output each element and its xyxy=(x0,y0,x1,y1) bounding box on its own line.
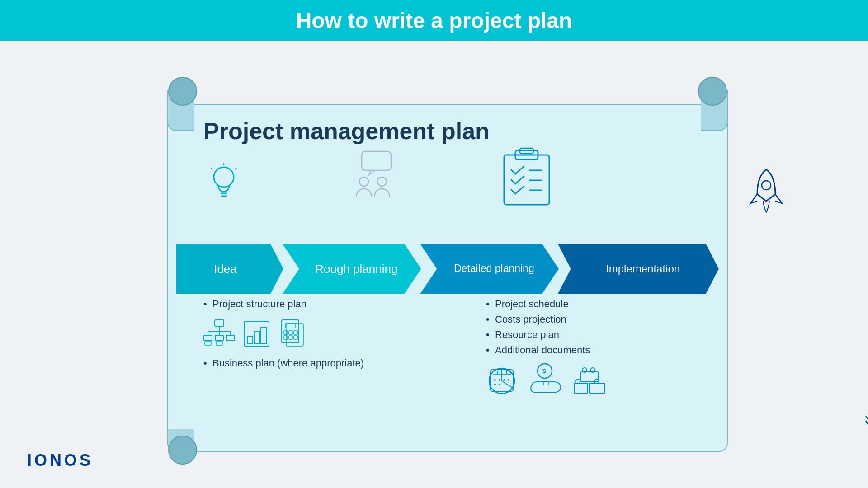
detailed-planning-icons: $ 1 xyxy=(486,363,719,397)
rough-planning-list: Project structure plan xyxy=(203,298,436,310)
page-title: How to write a project plan xyxy=(296,8,572,33)
svg-point-49 xyxy=(494,379,496,381)
rough-planning-icons xyxy=(203,319,436,348)
detailed-planning-content: Project schedule Costs projection Resour… xyxy=(486,298,719,406)
ionos-logo: IONOS xyxy=(27,451,93,470)
svg-rect-39 xyxy=(294,331,297,334)
document-icon xyxy=(278,319,307,348)
arrow-rough-planning: Rough planning xyxy=(283,244,421,294)
svg-point-4 xyxy=(214,167,234,187)
discussion-icon xyxy=(348,149,407,201)
svg-text:$: $ xyxy=(542,367,546,375)
svg-line-8 xyxy=(211,168,212,169)
svg-rect-26 xyxy=(204,335,212,341)
svg-rect-28 xyxy=(226,335,235,341)
svg-rect-40 xyxy=(284,336,288,339)
detailed-item-4: Additional documents xyxy=(486,344,719,356)
arrow-implementation: Implementation xyxy=(558,244,719,294)
svg-point-11 xyxy=(359,177,368,186)
org-chart-icon xyxy=(203,319,235,348)
curl-top-right xyxy=(701,90,728,131)
clipboard-icon xyxy=(502,147,552,207)
svg-rect-38 xyxy=(289,331,292,334)
svg-rect-29 xyxy=(205,342,211,345)
svg-rect-34 xyxy=(261,327,266,344)
lightbulb-icon xyxy=(206,163,242,205)
rocket-icon xyxy=(746,167,787,219)
plan-title: Project management plan xyxy=(203,117,490,145)
svg-rect-27 xyxy=(215,335,223,341)
svg-rect-63 xyxy=(581,372,598,382)
main-content: IONOS xyxy=(0,41,868,488)
svg-point-52 xyxy=(508,379,509,381)
svg-rect-61 xyxy=(574,383,588,393)
arrow-detailed-planning: Detailed planning xyxy=(420,244,559,294)
svg-point-53 xyxy=(494,384,496,385)
svg-rect-10 xyxy=(362,151,391,170)
rough-planning-list-2: Business plan (where appropriate) xyxy=(203,357,436,369)
rough-planning-content: Project structure plan xyxy=(203,298,436,406)
handshake-icon xyxy=(863,387,868,438)
svg-point-12 xyxy=(377,177,387,186)
svg-line-9 xyxy=(235,168,236,169)
hierarchy-icon xyxy=(242,319,271,348)
svg-point-54 xyxy=(499,384,500,385)
detailed-planning-list: Project schedule Costs projection Resour… xyxy=(486,298,719,356)
svg-rect-31 xyxy=(244,321,269,346)
curl-bottom-left xyxy=(167,429,194,452)
header-bar: How to write a project plan xyxy=(0,0,868,41)
scroll-container: Project management plan xyxy=(140,77,728,452)
curl-top-left xyxy=(167,90,194,131)
svg-rect-30 xyxy=(216,342,222,345)
svg-rect-20 xyxy=(215,320,224,326)
arrow-row: Idea Rough planning Detailed planning Im… xyxy=(176,244,719,294)
rough-item-2: Business plan (where appropriate) xyxy=(203,357,436,369)
calendar-clock-icon xyxy=(486,363,522,397)
svg-point-50 xyxy=(499,379,500,381)
arrow-idea: Idea xyxy=(176,244,283,294)
detailed-item-1: Project schedule xyxy=(486,298,719,310)
svg-point-51 xyxy=(503,379,505,381)
detailed-item-2: Costs projection xyxy=(486,314,719,325)
blocks-icon xyxy=(572,363,608,397)
svg-point-19 xyxy=(762,181,771,190)
svg-rect-32 xyxy=(247,336,253,344)
svg-rect-33 xyxy=(254,332,259,344)
svg-rect-62 xyxy=(589,383,605,393)
detailed-item-3: Resource plan xyxy=(486,329,719,341)
rough-item-1: Project structure plan xyxy=(203,298,436,310)
svg-rect-37 xyxy=(284,331,288,334)
svg-rect-36 xyxy=(285,324,295,328)
money-hand-icon: $ 1 xyxy=(529,363,565,397)
painting-icon xyxy=(0,378,5,429)
svg-text:1: 1 xyxy=(551,375,553,381)
svg-rect-42 xyxy=(294,336,297,339)
svg-rect-41 xyxy=(289,336,292,339)
content-area: Project structure plan xyxy=(203,298,719,406)
